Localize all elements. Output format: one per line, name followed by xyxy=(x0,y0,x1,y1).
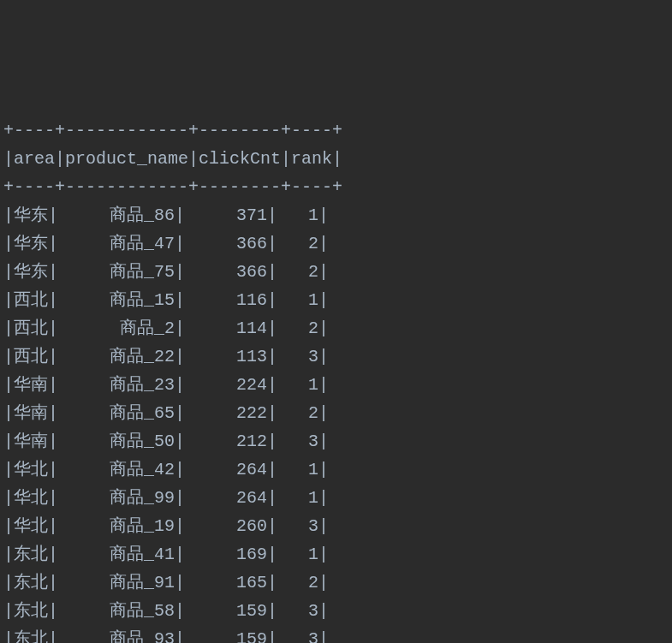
table-header: |area|product_name|clickCnt|rank| xyxy=(3,149,342,169)
table-border-top: +----+------------+--------+----+ xyxy=(3,121,342,140)
table-border-mid: +----+------------+--------+----+ xyxy=(3,177,342,197)
terminal-output: +----+------------+--------+----+ |area|… xyxy=(0,113,672,643)
table-body: |华东| 商品_86| 371| 1| |华东| 商品_47| 366| 2| … xyxy=(3,205,329,643)
